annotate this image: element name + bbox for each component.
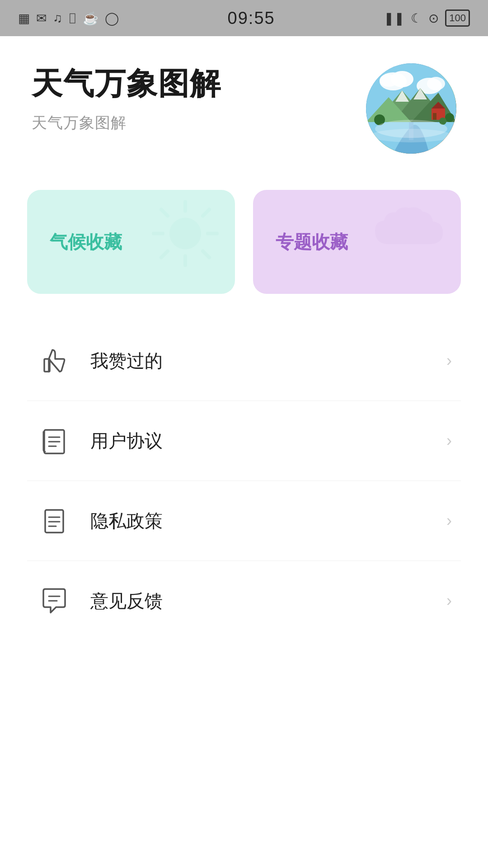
status-bar: ▦ ✉ ♫ ⌷ ☕ ◯ 09:55 ❚❚ ☾ ⊙ 100 xyxy=(0,0,488,36)
menu-item-feedback[interactable]: 意见反馈 › xyxy=(27,561,461,641)
moon-icon: ☾ xyxy=(411,11,422,26)
main-content: 天气万象图解 天气万象图解 xyxy=(0,36,488,668)
status-time: 09:55 xyxy=(228,9,275,28)
climate-collection-card[interactable]: 气候收藏 xyxy=(27,190,235,294)
wifi-icon: ⊙ xyxy=(428,11,439,26)
feedback-chat-icon xyxy=(40,586,69,615)
profile-text: 天气万象图解 天气万象图解 xyxy=(32,63,348,133)
user-agreement-icon xyxy=(40,426,69,455)
liked-label: 我赞过的 xyxy=(90,349,446,373)
avatar xyxy=(366,63,456,154)
privacy-icon-wrapper xyxy=(36,503,72,539)
feedback-chevron: › xyxy=(446,591,452,610)
svg-point-21 xyxy=(169,218,201,250)
privacy-label: 隐私政策 xyxy=(90,509,446,533)
agreement-label: 用户协议 xyxy=(90,429,446,453)
menu-section: 我赞过的 › 用户协议 › xyxy=(27,321,461,641)
vibrate-icon: ❚❚ xyxy=(384,11,404,26)
app-title: 天气万象图解 xyxy=(32,63,348,104)
svg-rect-15 xyxy=(433,113,436,120)
status-bar-left: ▦ ✉ ♫ ⌷ ☕ ◯ xyxy=(18,11,119,26)
liked-chevron: › xyxy=(446,351,452,370)
music-icon: ♫ xyxy=(53,11,62,25)
svg-point-3 xyxy=(380,74,398,87)
svg-point-5 xyxy=(427,77,445,90)
liked-icon-wrapper xyxy=(36,343,72,379)
menu-item-liked[interactable]: 我赞过的 › xyxy=(27,321,461,401)
svg-line-28 xyxy=(203,210,209,216)
special-card-label: 专题收藏 xyxy=(276,230,348,255)
thumb-up-icon xyxy=(40,346,69,375)
cloud-bg-icon xyxy=(366,200,447,283)
agreement-icon-wrapper xyxy=(36,423,72,459)
app-subtitle: 天气万象图解 xyxy=(32,113,348,133)
battery-indicator: 100 xyxy=(445,9,470,27)
weibo-icon: ☕ xyxy=(83,11,99,26)
menu-item-privacy[interactable]: 隐私政策 › xyxy=(27,481,461,561)
sun-bg-icon xyxy=(149,198,221,287)
privacy-policy-icon xyxy=(40,506,69,535)
svg-point-17 xyxy=(445,113,454,122)
svg-point-20 xyxy=(371,129,452,142)
privacy-chevron: › xyxy=(446,511,452,530)
usb-icon: ⌷ xyxy=(69,11,76,25)
sim-icon: ▦ xyxy=(18,11,30,26)
status-bar-right: ❚❚ ☾ ⊙ 100 xyxy=(384,9,470,27)
avatar-image xyxy=(366,63,456,154)
vpn-icon: ◯ xyxy=(105,11,119,26)
svg-line-27 xyxy=(203,251,209,258)
menu-item-agreement[interactable]: 用户协议 › xyxy=(27,401,461,481)
feedback-icon-wrapper xyxy=(36,583,72,619)
agreement-chevron: › xyxy=(446,431,452,450)
feedback-label: 意见反馈 xyxy=(90,589,446,613)
svg-line-26 xyxy=(161,210,168,216)
svg-line-29 xyxy=(161,251,168,258)
profile-section: 天气万象图解 天气万象图解 xyxy=(27,63,461,154)
collection-section: 气候收藏 专题收藏 xyxy=(27,190,461,294)
climate-card-label: 气候收藏 xyxy=(50,230,122,255)
special-collection-card[interactable]: 专题收藏 xyxy=(253,190,461,294)
mail-icon: ✉ xyxy=(36,11,47,26)
